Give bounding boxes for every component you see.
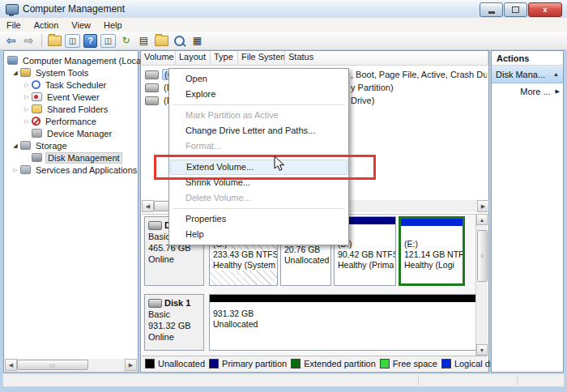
tree-item-task-scheduler[interactable]: ▷ Task Scheduler — [4, 79, 138, 91]
menu-action[interactable]: Action — [28, 19, 66, 31]
disk1-label[interactable]: Disk 1 Basic 931.32 GB Online — [144, 294, 204, 351]
tree-item-label: Services and Applications — [34, 165, 139, 175]
open-folder-icon[interactable] — [154, 33, 169, 48]
refresh-icon[interactable]: ↻ — [118, 33, 134, 48]
collapse-icon[interactable]: ▲ — [553, 71, 559, 77]
menu-item-explore[interactable]: Explore — [170, 87, 347, 102]
help-icon[interactable]: ? — [83, 33, 98, 48]
tree-item-label: Event Viewer — [45, 92, 101, 102]
console-tree-panel: Computer Management (Local) ◢ System Too… — [3, 50, 139, 373]
column-file-system[interactable]: File System — [238, 51, 285, 65]
actions-more[interactable]: More ... ▶ — [492, 83, 563, 99]
menu-separator — [173, 104, 345, 105]
console-window-icon[interactable]: ◫ — [65, 34, 80, 48]
scroll-right-icon[interactable]: ▶ — [477, 200, 489, 212]
maximize-button[interactable] — [504, 2, 527, 17]
menu-file[interactable]: File — [0, 19, 28, 31]
tree-horizontal-scrollbar[interactable]: ◀ ||| ▶ — [5, 359, 137, 371]
menu-item-format: Format... — [170, 138, 347, 154]
tree-item-label: Storage — [34, 141, 69, 151]
scroll-down-icon[interactable]: ▼ — [476, 344, 488, 356]
disk-settings-icon[interactable]: ▦ — [190, 33, 205, 48]
partition-status: Healthy (Logi — [404, 260, 456, 271]
scroll-left-icon[interactable]: ◀ — [142, 200, 154, 212]
export-list-icon[interactable]: ▤ — [136, 33, 151, 48]
show-actions-pane-icon[interactable]: ◫ — [100, 34, 116, 48]
scrollbar-thumb[interactable]: ≡ — [477, 230, 488, 282]
graphical-view-vertical-scrollbar[interactable]: ▲ ≡ ▼ — [475, 214, 488, 356]
tree-item-label: Device Manager — [45, 129, 113, 138]
task-scheduler-icon — [32, 80, 40, 89]
scroll-right-icon[interactable]: ▶ — [125, 359, 137, 371]
collapsed-icon[interactable]: ▷ — [11, 167, 20, 173]
column-volume[interactable]: Volume — [141, 51, 176, 65]
disk-management-icon — [32, 153, 42, 162]
actions-group-disk-management[interactable]: Disk Mana... ▲ — [492, 66, 563, 83]
disk-icon — [148, 299, 162, 308]
menu-item-delete-volume: Delete Volume... — [170, 190, 347, 206]
partition-size: 121.14 GB NTF — [404, 249, 465, 260]
column-type[interactable]: Type — [211, 51, 238, 65]
app-icon — [6, 4, 19, 15]
drive-icon — [145, 83, 159, 92]
column-layout[interactable]: Layout — [176, 51, 211, 65]
forward-icon[interactable]: ⇨ — [21, 33, 36, 48]
disk-status: Online — [148, 254, 203, 265]
scroll-up-icon[interactable]: ▲ — [476, 214, 488, 225]
menu-item-properties[interactable]: Properties — [170, 211, 347, 227]
collapsed-icon[interactable]: ▷ — [22, 106, 32, 113]
tree-item-services-and-applications[interactable]: ▷ Services and Applications — [4, 164, 138, 176]
tree-item-shared-folders[interactable]: ▷ Shared Folders — [4, 103, 138, 115]
collapsed-icon[interactable]: ▷ — [22, 82, 32, 88]
collapsed-icon[interactable]: ▷ — [22, 94, 32, 100]
partition-size: 233.43 GB NTFS — [213, 249, 278, 260]
tree-item-system-tools[interactable]: ◢ System Tools — [4, 66, 138, 79]
scroll-left-icon[interactable]: ◀ — [5, 359, 17, 371]
menu-item-help[interactable]: Help — [170, 227, 347, 242]
close-button[interactable]: x — [528, 2, 562, 17]
disk1-row: Disk 1 Basic 931.32 GB Online 931.32 GB … — [144, 294, 475, 351]
tree-item-disk-management[interactable]: Disk Management — [4, 151, 138, 164]
collapsed-icon[interactable]: ▷ — [22, 118, 32, 125]
menu-item-open[interactable]: Open — [170, 71, 347, 87]
partition-color-bar — [401, 219, 463, 226]
tree-item-label: Shared Folders — [45, 104, 109, 114]
menu-separator — [173, 208, 345, 209]
tree-item-event-viewer[interactable]: ▷ Event Viewer — [4, 91, 138, 103]
legend-swatch — [291, 359, 301, 369]
minimize-button[interactable] — [480, 2, 503, 17]
performance-icon — [32, 117, 40, 126]
tree-item-storage[interactable]: ◢ Storage — [4, 139, 138, 151]
volume-status: , Boot, Page File, Active, Crash Dump, P — [351, 70, 487, 79]
storage-icon — [20, 141, 31, 150]
partition-status: Unallocated — [213, 319, 259, 330]
disk-status: Online — [148, 331, 203, 343]
partition-disk1-unallocated[interactable]: 931.32 GB Unallocated — [209, 294, 476, 351]
tree-item-performance[interactable]: ▷ Performance — [4, 115, 138, 127]
partition-status: Healthy (Prima — [338, 260, 395, 271]
actions-more-label: More ... — [520, 87, 550, 96]
find-icon[interactable] — [172, 33, 187, 48]
show-console-tree-icon[interactable] — [47, 33, 62, 48]
menu-view[interactable]: View — [65, 19, 97, 31]
back-icon[interactable]: ⇦ — [3, 33, 19, 48]
legend-swatch — [380, 359, 390, 369]
legend-unallocated: Unallocated — [145, 359, 205, 369]
title-bar[interactable]: Computer Management x — [0, 0, 567, 19]
tree-item-computer-management[interactable]: Computer Management (Local) — [4, 54, 138, 66]
expanded-icon[interactable]: ◢ — [11, 143, 20, 149]
menu-help[interactable]: Help — [97, 19, 129, 31]
disk-size: 931.32 GB — [148, 320, 203, 331]
menu-item-change-drive-letter-and-paths[interactable]: Change Drive Letter and Paths... — [170, 123, 347, 138]
partition-color-bar — [210, 295, 475, 302]
tree-item-device-manager[interactable]: Device Manager — [4, 127, 138, 139]
submenu-arrow-icon: ▶ — [556, 88, 560, 95]
scrollbar-thumb[interactable]: ||| — [17, 360, 88, 370]
expanded-icon[interactable]: ◢ — [11, 70, 20, 76]
legend-swatch — [441, 359, 451, 369]
tree-item-label: Performance — [44, 117, 98, 126]
partition-e[interactable]: (E:) 121.14 GB NTF Healthy (Logi — [399, 216, 465, 286]
partition-size: 20.76 GB — [284, 245, 322, 255]
computer-icon — [7, 56, 18, 65]
column-status[interactable]: Status — [285, 51, 488, 65]
